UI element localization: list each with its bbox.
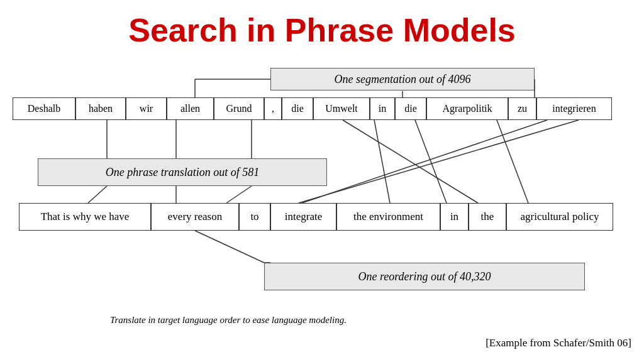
english-word-1: every reason — [151, 203, 239, 231]
german-word-1: haben — [75, 97, 126, 120]
german-source-row: DeshalbhabenwirallenGrund,dieUmweltindie… — [13, 97, 631, 120]
german-word-8: in — [370, 97, 395, 120]
reorder-label: One reordering out of 40,320 — [264, 263, 585, 290]
english-word-4: the environment — [336, 203, 440, 231]
footnote: Translate in target language order to ea… — [110, 315, 347, 326]
english-word-6: the — [469, 203, 506, 231]
german-word-9: die — [395, 97, 426, 120]
svg-line-8 — [415, 120, 447, 203]
german-word-2: wir — [126, 97, 167, 120]
svg-line-6 — [226, 186, 252, 203]
german-word-12: integrieren — [536, 97, 612, 120]
svg-line-9 — [497, 120, 528, 203]
english-word-0: That is why we have — [19, 203, 151, 231]
svg-line-10 — [299, 120, 579, 203]
german-word-3: allen — [167, 97, 214, 120]
german-word-10: Agrarpolitik — [426, 97, 508, 120]
german-word-11: zu — [508, 97, 536, 120]
segmentation-label: One segmentation out of 4096 — [270, 68, 535, 90]
english-word-5: in — [440, 203, 469, 231]
english-word-3: integrate — [270, 203, 336, 231]
german-word-6: die — [282, 97, 313, 120]
svg-line-12 — [302, 120, 547, 203]
phrase-label: One phrase translation out of 581 — [38, 158, 327, 186]
english-word-2: to — [239, 203, 270, 231]
english-word-7: agricultural policy — [506, 203, 613, 231]
german-word-5: , — [264, 97, 282, 120]
svg-line-4 — [88, 186, 107, 203]
german-word-4: Grund — [214, 97, 264, 120]
german-word-0: Deshalb — [13, 97, 75, 120]
page-title: Search in Phrase Models — [0, 0, 644, 49]
german-word-7: Umwelt — [313, 97, 370, 120]
english-translation-row: That is why we haveevery reasontointegra… — [19, 203, 613, 231]
svg-line-7 — [374, 120, 390, 203]
svg-line-11 — [343, 120, 478, 203]
example-credit: [Example from Schafer/Smith 06] — [486, 337, 631, 349]
svg-line-13 — [195, 231, 264, 263]
